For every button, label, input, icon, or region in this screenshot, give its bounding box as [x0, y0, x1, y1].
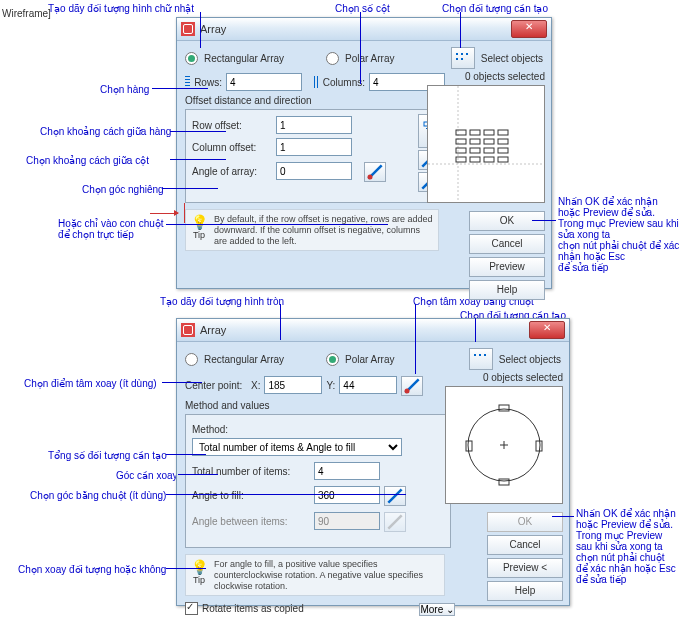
svg-rect-11	[484, 139, 494, 144]
wireframe-label: Wireframe]	[2, 8, 51, 19]
abet-label: Angle between items:	[192, 516, 310, 527]
titlebar2[interactable]: Array ✕	[177, 319, 569, 342]
method-select[interactable]: Total number of items & Angle to fill	[192, 438, 402, 456]
help-button[interactable]: Help	[469, 280, 545, 300]
svg-rect-24	[536, 441, 542, 451]
selected-info2: 0 objects selected	[483, 372, 563, 383]
method-label: Method:	[192, 424, 444, 435]
ann-polar: Tạo dãy đối tượng hình tròn	[160, 296, 284, 307]
select-objects-label2: Select objects	[499, 354, 561, 365]
svg-rect-14	[470, 148, 480, 153]
ok-button[interactable]: OK	[469, 211, 545, 231]
cancel-button2[interactable]: Cancel	[487, 535, 563, 555]
tip-text2: For angle to fill, a positive value spec…	[214, 559, 440, 591]
ann-mouse: Hoặc chỉ vào con chuột để chọn trực tiếp	[58, 218, 164, 240]
svg-rect-16	[498, 148, 508, 153]
ann-col-count: Chọn số cột	[335, 3, 390, 14]
ann-center: Chọn điểm tâm xoay (ít dùng)	[24, 378, 157, 389]
svg-rect-17	[456, 157, 466, 162]
svg-rect-5	[456, 130, 466, 135]
ann-angle: Chọn góc nghiêng	[82, 184, 164, 195]
pick-center-icon	[402, 376, 422, 396]
preview-pane2	[445, 386, 563, 504]
rows-input[interactable]	[226, 73, 302, 91]
angle-label: Angle of array:	[192, 166, 272, 177]
dialog-polar-array: Array ✕ Rectangular Array Polar Array Se…	[176, 318, 570, 606]
select-icon2	[473, 353, 489, 365]
tip-text: By default, if the row offset is negativ…	[214, 214, 434, 246]
ann-total: Tổng số đối tượng cần tạo	[48, 450, 167, 461]
svg-rect-18	[470, 157, 480, 162]
svg-point-21	[405, 389, 410, 394]
app-icon2	[181, 323, 195, 337]
pick-abet-btn	[384, 512, 406, 532]
row-offset-label: Row offset:	[192, 120, 272, 131]
svg-rect-9	[456, 139, 466, 144]
pick-abet-icon	[385, 512, 405, 532]
titlebar[interactable]: Array ✕	[177, 18, 551, 41]
ok-button2[interactable]: OK	[487, 512, 563, 532]
pick-afill-icon	[385, 486, 405, 506]
window-title2: Array	[200, 324, 529, 336]
radio-rect2[interactable]	[185, 353, 198, 366]
ann-sel-obj1: Chọn đối tượng cần tạo	[442, 3, 548, 14]
rotate-checkbox[interactable]	[185, 602, 198, 615]
col-offset-input[interactable]	[276, 138, 352, 156]
pick-icon	[365, 162, 385, 182]
svg-rect-20	[498, 157, 508, 162]
svg-rect-26	[466, 441, 472, 451]
svg-rect-19	[484, 157, 494, 162]
app-icon	[181, 22, 195, 36]
ann-rect-array: Tạo dãy đối tượng hình chữ nhật	[48, 3, 194, 14]
total-input[interactable]	[314, 462, 380, 480]
svg-rect-10	[470, 139, 480, 144]
pick-afill-btn[interactable]	[384, 486, 406, 506]
ann-angle-fill: Góc cần xoay	[116, 470, 178, 481]
svg-rect-13	[456, 148, 466, 153]
ann-ok1: Nhấn OK để xác nhận hoặc Preview để sửa.…	[558, 196, 679, 273]
svg-rect-15	[484, 148, 494, 153]
x-input[interactable]	[264, 376, 322, 394]
ann-ok2: Nhấn OK để xác nhận hoặc Preview để sửa.…	[576, 508, 676, 585]
preview-button2[interactable]: Preview <	[487, 558, 563, 578]
rows-icon	[185, 76, 190, 88]
select-icon	[455, 52, 471, 64]
help-button2[interactable]: Help	[487, 581, 563, 601]
ann-row-dist: Chọn khoảng cách giữa hàng	[40, 126, 171, 137]
pick-center-btn[interactable]	[401, 376, 423, 396]
cancel-button[interactable]: Cancel	[469, 234, 545, 254]
radio-rect[interactable]	[185, 52, 198, 65]
pick-angle-btn[interactable]	[364, 162, 386, 182]
ann-col-dist: Chọn khoảng cách giữa cột	[26, 155, 149, 166]
ann-rows: Chọn hàng	[100, 84, 149, 95]
svg-rect-23	[499, 405, 509, 411]
bulb-icon: 💡Tip	[190, 214, 208, 246]
select-objects-label: Select objects	[481, 53, 543, 64]
select-objects-btn2[interactable]	[469, 348, 493, 370]
select-objects-btn[interactable]	[451, 47, 475, 69]
angle-input[interactable]	[276, 162, 352, 180]
radio-polar-label: Polar Array	[345, 53, 394, 64]
bulb-icon2: 💡Tip	[190, 559, 208, 591]
window-title: Array	[200, 23, 511, 35]
ann-angle-mouse: Chọn góc bằng chuột (ít dùng)	[30, 490, 166, 501]
radio-polar-label2: Polar Array	[345, 354, 394, 365]
radio-polar2[interactable]	[326, 353, 339, 366]
close-button2[interactable]: ✕	[529, 321, 565, 339]
rotate-label: Rotate items as copied	[202, 603, 304, 614]
y-input[interactable]	[339, 376, 397, 394]
radio-rect-label2: Rectangular Array	[204, 354, 284, 365]
y-label: Y:	[326, 380, 335, 391]
svg-rect-6	[470, 130, 480, 135]
more-button[interactable]: More ⌄	[419, 603, 455, 616]
radio-polar[interactable]	[326, 52, 339, 65]
cols-icon	[314, 76, 319, 88]
col-offset-label: Column offset:	[192, 142, 272, 153]
dialog-rect-array: Array ✕ Rectangular Array Polar Array Se…	[176, 17, 552, 289]
close-button[interactable]: ✕	[511, 20, 547, 38]
preview-button[interactable]: Preview	[469, 257, 545, 277]
selected-info: 0 objects selected	[465, 71, 545, 82]
afill-input[interactable]	[314, 486, 380, 504]
cols-label: Columns:	[323, 77, 365, 88]
row-offset-input[interactable]	[276, 116, 352, 134]
